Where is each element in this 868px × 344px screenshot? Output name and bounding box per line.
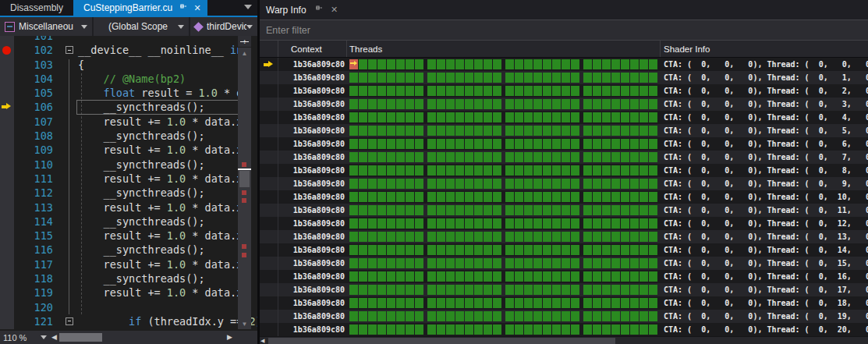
thread-cell[interactable]	[493, 165, 501, 176]
thread-cell[interactable]	[602, 59, 611, 69]
code-line[interactable]: 121 if (threadIdx.y == 2)	[0, 314, 257, 328]
thread-cell[interactable]	[368, 86, 377, 96]
split-window-grip[interactable]: ↕	[238, 36, 251, 48]
thread-cell[interactable]	[377, 298, 386, 308]
context-cell[interactable]: 1b36a809c80	[278, 124, 347, 137]
row-indicator-cell[interactable]	[260, 296, 278, 310]
thread-cell[interactable]	[484, 139, 492, 149]
thread-cell[interactable]	[415, 271, 423, 282]
shader-info-cell[interactable]: CTA: ( 0, 0, 0), Thread: ( 0, 15, 0)	[661, 257, 868, 270]
thread-cell[interactable]	[368, 311, 377, 321]
thread-cell[interactable]	[484, 112, 492, 122]
shader-info-cell[interactable]: CTA: ( 0, 0, 0), Thread: ( 0, 4, 0)	[661, 111, 868, 124]
thread-cell[interactable]	[427, 139, 436, 149]
thread-cell[interactable]	[593, 298, 601, 308]
thread-cell[interactable]	[377, 112, 386, 122]
thread-cell[interactable]	[484, 271, 492, 282]
thread-cell[interactable]	[583, 59, 592, 69]
thread-cell[interactable]	[515, 232, 523, 242]
thread-cell[interactable]	[583, 179, 592, 189]
thread-cell[interactable]	[359, 99, 367, 109]
thread-cell[interactable]	[415, 258, 423, 268]
thread-cell[interactable]	[377, 245, 386, 255]
thread-cell[interactable]	[505, 205, 514, 215]
thread-cell[interactable]	[474, 232, 483, 242]
thread-cell[interactable]	[396, 179, 405, 189]
thread-cell[interactable]	[493, 205, 501, 215]
row-indicator-cell[interactable]	[260, 177, 278, 190]
thread-cell[interactable]	[387, 205, 395, 215]
tab-custeppingbarrier[interactable]: CuSteppingBarrier.cu ✕	[73, 0, 207, 16]
thread-cell[interactable]	[368, 258, 377, 268]
thread-cell[interactable]	[524, 126, 533, 136]
shader-info-cell[interactable]: CTA: ( 0, 0, 0), Thread: ( 0, 10, 0)	[661, 190, 868, 204]
thread-cell[interactable]	[649, 139, 657, 149]
context-cell[interactable]: 1b36a809c80	[278, 296, 347, 310]
thread-cell[interactable]	[621, 165, 629, 176]
thread-cell[interactable]	[562, 311, 570, 321]
context-cell[interactable]: 1b36a809c80	[278, 137, 347, 151]
thread-cell[interactable]	[415, 59, 423, 69]
thread-cell[interactable]	[396, 112, 405, 122]
thread-cell[interactable]	[387, 152, 395, 162]
thread-cell[interactable]	[515, 271, 523, 282]
thread-cell[interactable]	[406, 179, 414, 189]
code-line[interactable]: 118 __syncthreads();	[0, 271, 257, 285]
thread-cell[interactable]	[387, 165, 395, 176]
thread-cell[interactable]	[611, 271, 620, 282]
thread-cell[interactable]	[639, 324, 648, 335]
thread-cell[interactable]	[396, 126, 405, 136]
thread-cell[interactable]	[593, 192, 601, 202]
project-dropdown[interactable]: Miscellaneou	[0, 17, 92, 36]
thread-cell[interactable]	[602, 126, 611, 136]
thread-cell[interactable]	[505, 245, 514, 255]
editor-horizontal-scrollbar[interactable]: ◀ ▶	[50, 331, 257, 344]
thread-cell[interactable]	[515, 126, 523, 136]
line-indicator-margin[interactable]	[0, 229, 14, 243]
thread-cell[interactable]	[649, 232, 657, 242]
thread-cell[interactable]	[484, 311, 492, 321]
thread-cell[interactable]	[611, 86, 620, 96]
thread-cell[interactable]	[562, 271, 570, 282]
close-icon[interactable]: ✕	[193, 3, 202, 12]
thread-cell[interactable]	[630, 99, 639, 109]
thread-cell[interactable]	[621, 139, 629, 149]
thread-cell[interactable]	[571, 165, 579, 176]
thread-cell[interactable]	[406, 218, 414, 229]
thread-cell[interactable]	[474, 112, 483, 122]
line-indicator-margin[interactable]	[0, 115, 14, 129]
thread-cell[interactable]	[562, 179, 570, 189]
thread-cell[interactable]	[621, 298, 629, 308]
thread-cell[interactable]	[493, 218, 501, 229]
scroll-left-icon[interactable]: ◀	[260, 337, 264, 344]
thread-cell[interactable]	[543, 126, 551, 136]
thread-cell[interactable]	[437, 205, 445, 215]
thread-cell[interactable]	[474, 285, 483, 295]
line-indicator-margin[interactable]	[0, 300, 14, 314]
thread-cell[interactable]	[593, 112, 601, 122]
thread-cell[interactable]	[446, 285, 455, 295]
thread-cell[interactable]	[474, 192, 483, 202]
thread-cell[interactable]	[406, 271, 414, 282]
thread-cell[interactable]	[533, 285, 542, 295]
thread-cell[interactable]	[649, 285, 657, 295]
thread-cell[interactable]	[377, 99, 386, 109]
thread-cell[interactable]	[621, 99, 629, 109]
thread-cell[interactable]	[639, 86, 648, 96]
thread-cell[interactable]	[493, 179, 501, 189]
thread-cell[interactable]	[437, 59, 445, 69]
thread-cell[interactable]	[427, 271, 436, 282]
thread-cell[interactable]	[505, 165, 514, 176]
thread-cell[interactable]	[630, 139, 639, 149]
line-indicator-margin[interactable]	[0, 86, 14, 100]
thread-cell[interactable]	[639, 152, 648, 162]
thread-cell[interactable]	[465, 112, 473, 122]
thread-cell[interactable]	[524, 86, 533, 96]
scope-dropdown[interactable]: (Global Scope	[94, 17, 189, 36]
row-indicator-cell[interactable]	[260, 323, 278, 336]
thread-cell[interactable]	[406, 245, 414, 255]
thread-cell[interactable]	[630, 271, 639, 282]
thread-cell[interactable]	[474, 73, 483, 83]
row-indicator-cell[interactable]	[260, 230, 278, 243]
thread-cell[interactable]	[377, 139, 386, 149]
